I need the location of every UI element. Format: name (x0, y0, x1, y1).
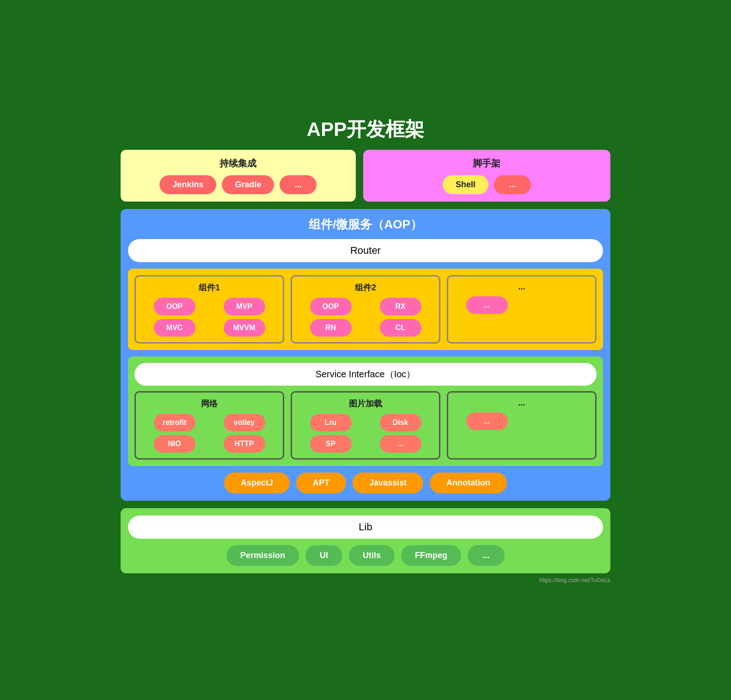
img-sp: SP (310, 435, 352, 453)
c3-more: ... (466, 296, 508, 314)
ci-more: ... (280, 175, 317, 194)
service-row: 网络 retrofit volley NIO HTTP 图片加载 Lru Dis… (134, 391, 597, 460)
ci-title: 持续集成 (130, 157, 347, 170)
component1-title: 组件1 (141, 282, 277, 293)
net-nio: NIO (154, 435, 195, 453)
img-disk: Disk (380, 414, 421, 431)
component2-title: 组件2 (298, 282, 433, 293)
tool-javassist: Javassist (353, 473, 423, 493)
tool-annotation: Annotation (430, 473, 507, 493)
c2-rx: RX (380, 298, 421, 315)
ci-box: 持续集成 Jenkins Gradle ... (121, 150, 356, 202)
lib-ffmpeg: FFmpeg (401, 545, 461, 566)
image-title: 图片加载 (298, 398, 433, 409)
service3-pills: ... (454, 412, 590, 430)
c2-cl: CL (380, 319, 421, 337)
net-http: HTTP (224, 435, 265, 453)
aop-tools-row: AspectJ APT Javassist Annotation (128, 473, 603, 493)
lib-permission: Permission (226, 545, 299, 566)
net-retrofit: retrofit (154, 414, 195, 431)
watermark: https://blog.csdn.net/TuGeLe (121, 577, 610, 583)
component1-pills: OOP MVP MVC MVVM (141, 298, 277, 337)
lib-pills: Permission UI Utils FFmpeg ... (128, 545, 603, 566)
main-container: APP开发框架 持续集成 Jenkins Gradle ... 脚手架 Shel… (111, 107, 620, 593)
component3-title: ... (454, 282, 590, 292)
lib-more: ... (468, 545, 505, 566)
network-box: 网络 retrofit volley NIO HTTP (134, 391, 284, 460)
component3-box: ... ... (447, 275, 597, 344)
scaffold-shell: Shell (443, 175, 488, 194)
img-lru: Lru (310, 414, 352, 431)
aop-box: 组件/微服务（AOP） Router 组件1 OOP MVP MVC MVVM (121, 209, 610, 501)
tool-apt: APT (296, 473, 346, 493)
component-row: 组件1 OOP MVP MVC MVVM 组件2 OOP RX RN (134, 275, 597, 344)
ci-pills: Jenkins Gradle ... (130, 175, 347, 194)
ci-jenkins: Jenkins (159, 175, 216, 194)
c2-rn: RN (310, 319, 352, 337)
network-pills: retrofit volley NIO HTTP (141, 414, 277, 453)
c1-oop: OOP (154, 298, 195, 315)
component1-box: 组件1 OOP MVP MVC MVVM (134, 275, 284, 344)
image-box: 图片加载 Lru Disk SP ... (291, 391, 440, 460)
yellow-area: 组件1 OOP MVP MVC MVVM 组件2 OOP RX RN (128, 269, 603, 350)
service-interface-bar: Service Interface（Ioc） (134, 363, 597, 386)
lib-ui: UI (305, 545, 342, 566)
c1-mvc: MVC (154, 319, 195, 337)
green-area: Service Interface（Ioc） 网络 retrofit volle… (128, 356, 603, 466)
image-pills: Lru Disk SP ... (298, 414, 433, 453)
scaffold-box: 脚手架 Shell ... (363, 150, 610, 202)
img-more: ... (380, 435, 421, 453)
service3-title: ... (454, 398, 590, 408)
tool-aspectj: AspectJ (224, 473, 290, 493)
c1-mvp: MVP (224, 298, 265, 315)
scaffold-more: ... (494, 175, 531, 194)
lib-utils: Utils (349, 545, 395, 566)
service3-box: ... ... (447, 391, 597, 460)
net-volley: volley (224, 414, 265, 431)
lib-section: Lib Permission UI Utils FFmpeg ... (121, 508, 610, 573)
router-bar: Router (128, 239, 603, 262)
c2-oop: OOP (310, 298, 352, 315)
component2-box: 组件2 OOP RX RN CL (291, 275, 440, 344)
aop-title: 组件/微服务（AOP） (128, 216, 603, 233)
top-row: 持续集成 Jenkins Gradle ... 脚手架 Shell ... (121, 150, 610, 202)
component2-pills: OOP RX RN CL (298, 298, 433, 337)
page-title: APP开发框架 (121, 117, 610, 142)
component3-pills: ... (454, 296, 590, 314)
scaffold-pills: Shell ... (372, 175, 601, 194)
network-title: 网络 (141, 398, 277, 409)
s3-more: ... (466, 412, 508, 430)
scaffold-title: 脚手架 (372, 157, 601, 170)
c1-mvvm: MVVM (224, 319, 265, 337)
lib-bar: Lib (128, 516, 603, 539)
ci-gradle: Gradle (222, 175, 274, 194)
